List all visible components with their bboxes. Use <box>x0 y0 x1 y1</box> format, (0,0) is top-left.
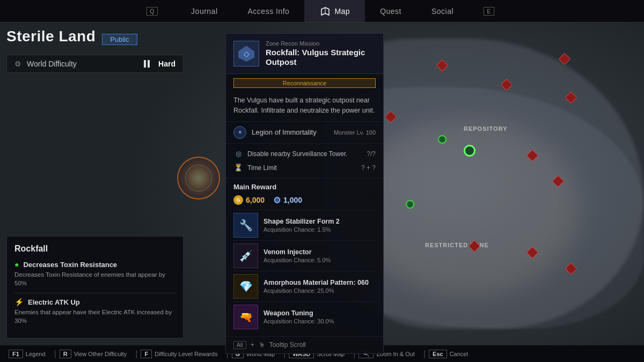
nav-items-container: Q Journal Access Info Map Quest Social E <box>131 0 513 22</box>
q-key-badge: Q <box>147 7 158 16</box>
mission-icon-symbol: ◇ <box>244 49 250 58</box>
visibility-badge: Public <box>102 34 137 45</box>
reward-currencies: G 6,000 ⚙ 1,000 <box>233 195 376 205</box>
e-key-badge: E <box>484 7 494 16</box>
alt-key: Alt <box>233 341 246 349</box>
mission-objectives: ◎ Disable nearby Surveillance Tower. ?/?… <box>226 144 383 179</box>
diff-bar-2 <box>148 60 150 68</box>
nav-key-q[interactable]: Q <box>131 0 176 22</box>
reward-item-0: 🔧 Shape Stabilizer Form 2 Acquisition Ch… <box>233 210 376 240</box>
world-info-panel: Sterile Land Public ⚙ World Difficulty H… <box>6 28 184 73</box>
objective-surveillance-text: Disable nearby Surveillance Tower. <box>247 150 348 158</box>
mission-icon: ◇ <box>238 46 254 62</box>
reward-img-2: 💎 <box>233 274 258 299</box>
journal-label: Journal <box>191 7 217 16</box>
social-label: Social <box>431 7 453 16</box>
tooltip-scroll-label: Tooltip Scroll <box>269 341 306 349</box>
portal-glow <box>177 157 220 200</box>
cancel-label: Cancel <box>450 351 468 357</box>
reward-chance-3: Acquisition Chance: 30.0% <box>264 318 334 324</box>
nav-item-quest[interactable]: Quest <box>365 0 416 22</box>
gear-amount: 1,000 <box>283 196 302 204</box>
gear-currency-icon: ⚙ <box>273 195 281 205</box>
nav-item-social[interactable]: Social <box>416 0 469 22</box>
mission-footer: Alt + 🖱 Tooltip Scroll <box>226 336 383 353</box>
mission-title-block: Zone Recon Mission Rockfall: Vulgus Stra… <box>266 40 376 67</box>
reward-item-1: 💉 Venom Injector Acquisition Chance: 5.0… <box>233 240 376 271</box>
nav-key-e[interactable]: E <box>469 0 513 22</box>
monster-level: Monster Lv. 100 <box>334 129 376 136</box>
objective-timelimit-text: Time Limit <box>247 164 277 172</box>
diff-rewards-label: Difficulty Level Rewards <box>155 351 217 357</box>
mission-name: Rockfall: Vulgus Strategic Outpost <box>266 48 376 67</box>
objective-surveillance-value: ?/? <box>367 150 376 158</box>
surveillance-icon: ◎ <box>233 149 243 159</box>
plus-sign: + <box>251 341 254 349</box>
hotkey-legend: F1 Legend <box>9 350 46 358</box>
quest-label: Quest <box>380 7 401 16</box>
difficulty-value: Hard <box>158 60 175 68</box>
r-key: R <box>60 350 71 358</box>
buff-electric-name: ⚡ Electric ATK Up <box>14 298 175 306</box>
electric-icon: ⚡ <box>14 298 24 306</box>
reward-name-3: Weapon Tuning <box>264 309 334 317</box>
mission-type: Zone Recon Mission <box>266 40 376 47</box>
nav-item-access-info[interactable]: Access Info <box>233 0 305 22</box>
reward-img-0: 🔧 <box>233 213 258 238</box>
recon-badge: Reconnaissance <box>233 78 376 88</box>
difficulty-icon: ⚙ <box>14 60 21 68</box>
hotkey-cancel[interactable]: Esc Cancel <box>429 350 468 358</box>
map-icon <box>319 5 331 17</box>
rockfall-title: Rockfall <box>14 244 175 254</box>
sep2: | <box>135 349 137 359</box>
reward-info-1: Venom Injector Acquisition Chance: 5.0% <box>264 248 331 263</box>
objective-timelimit: ⏳ Time Limit ? + ? <box>233 161 376 175</box>
view-difficulty-label: View Other Difficulty <box>74 351 127 357</box>
reward-name-2: Amorphous Material Pattern: 060 <box>264 278 369 287</box>
reward-name-0: Shape Stabilizer Form 2 <box>264 217 340 226</box>
reward-name-1: Venom Injector <box>264 248 331 256</box>
reward-chance-1: Acquisition Chance: 5.0% <box>264 257 331 263</box>
difficulty-row: ⚙ World Difficulty Hard <box>6 55 184 73</box>
reward-info-3: Weapon Tuning Acquisition Chance: 30.0% <box>264 309 334 324</box>
reward-chance-0: Acquisition Chance: 1.5% <box>264 226 340 233</box>
hotkey-view-difficulty[interactable]: R View Other Difficulty <box>60 350 127 358</box>
portal-inner <box>185 165 212 191</box>
mission-header: ◇ Zone Recon Mission Rockfall: Vulgus St… <box>226 34 383 74</box>
difficulty-bars <box>144 60 150 68</box>
toxin-icon: ● <box>14 260 19 269</box>
repository-label: Repository <box>464 125 508 132</box>
faction-name: Legion of Immortality <box>252 128 328 136</box>
map-label: Map <box>334 7 350 16</box>
reward-info-0: Shape Stabilizer Form 2 Acquisition Chan… <box>264 217 340 232</box>
reward-info-2: Amorphous Material Pattern: 060 Acquisit… <box>264 278 369 293</box>
mission-description: The Vulgus have built a strategic outpos… <box>226 92 383 122</box>
nav-item-map[interactable]: Map <box>304 0 365 22</box>
esc-key: Esc <box>429 350 447 358</box>
objective-surveillance: ◎ Disable nearby Surveillance Tower. ?/? <box>233 147 376 161</box>
map-marker[interactable] <box>406 200 414 209</box>
hotkey-diff-rewards[interactable]: F Difficulty Level Rewards <box>141 350 217 358</box>
world-title: Sterile Land <box>6 28 96 45</box>
reward-chance-2: Acquisition Chance: 25.0% <box>264 287 369 294</box>
main-reward-title: Main Reward <box>233 183 376 191</box>
nav-item-journal[interactable]: Journal <box>176 0 232 22</box>
gear-currency: ⚙ 1,000 <box>273 195 302 205</box>
sep1: | <box>54 349 56 359</box>
top-navigation: Q Journal Access Info Map Quest Social E <box>0 0 644 23</box>
gold-amount: 6,000 <box>246 196 265 204</box>
buff-toxin-desc: Decreases Toxin Resistance of enemies th… <box>14 270 175 287</box>
gold-currency: G 6,000 <box>233 195 265 205</box>
scroll-icon: 🖱 <box>259 341 265 349</box>
sep6: | <box>423 349 426 359</box>
mission-icon-box: ◇ <box>233 41 259 67</box>
buff-divider <box>14 293 175 293</box>
reward-item-3: 🔫 Weapon Tuning Acquisition Chance: 30.0… <box>233 301 376 332</box>
diff-bar-1 <box>144 60 146 68</box>
reward-img-3: 🔫 <box>233 305 258 329</box>
faction-icon: ✦ <box>233 126 246 139</box>
buff-electric-desc: Enemies that appear have their Electric … <box>14 308 175 325</box>
buff-item-toxin: ● Decreases Toxin Resistance Decreases T… <box>14 260 175 287</box>
gold-icon: G <box>233 195 243 205</box>
main-reward-section: Main Reward G 6,000 ⚙ 1,000 🔧 Shape Stab… <box>226 179 383 336</box>
